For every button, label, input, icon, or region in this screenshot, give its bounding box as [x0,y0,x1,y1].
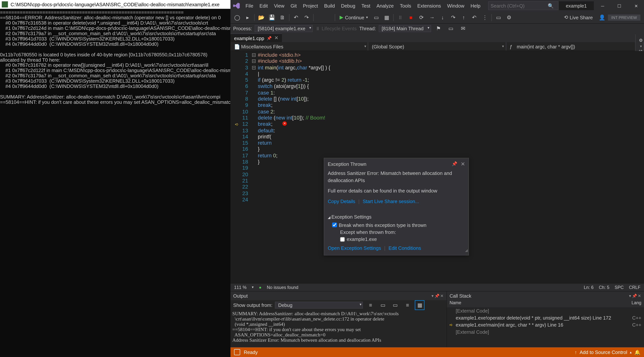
issues-label[interactable]: No issues found [267,285,298,290]
callstack-row[interactable]: ➪ example1.exe!main(int argc, char * * a… [447,322,644,329]
pause-icon[interactable]: ⏸ [396,12,405,22]
cs-close-icon[interactable]: ✕ [638,294,641,298]
flag-icon[interactable]: ⚑ [434,24,443,33]
search-box[interactable]: 🔍 [488,1,559,10]
menu-analyze[interactable]: Analyze [374,1,396,10]
add-src-dropdown-icon[interactable]: ▴ [630,350,632,354]
callstack-body[interactable]: [External Code] example1.exe!operator de… [447,307,644,336]
panel-pin-icon[interactable]: 📌 [434,294,440,298]
tool-icon-2[interactable]: ▦ [382,12,392,22]
edit-conditions-link[interactable]: Edit Conditions [388,245,421,251]
step-back-icon[interactable]: ↶ [470,12,479,22]
redo-icon[interactable]: ↷ [302,12,312,22]
menu-extensions[interactable]: Extensions [415,1,444,10]
frame-indicator-icon [450,315,456,321]
nav-back-icon[interactable]: ◯ [232,12,242,22]
output-tool-2-icon[interactable]: ▭ [378,300,388,310]
copy-details-link[interactable]: Copy Details [328,199,355,204]
code-content[interactable]: #include <stdio.h>#include <stdlib.h>int… [258,51,644,283]
break-checkbox[interactable] [332,223,337,228]
thread-dropdown[interactable]: [8184] Main Thread [378,25,431,32]
output-tool-1-icon[interactable]: ≡ [366,300,375,310]
add-source-control-button[interactable]: Add to Source Control [580,350,627,355]
open-file-icon[interactable]: 📂 [256,12,266,22]
menu-view[interactable]: View [271,1,287,10]
open-exception-settings-link[interactable]: Open Exception Settings [328,245,381,251]
stop-icon[interactable]: ■ [406,12,416,22]
menu-debug[interactable]: Debug [338,1,358,10]
resize-grip-icon[interactable]: ◢ [465,248,468,254]
cs-pin-icon[interactable]: 📌 [632,294,637,298]
close-tab-icon[interactable]: ✕ [274,35,278,41]
output-source-dropdown[interactable]: Debug [275,302,363,309]
solution-name-tab[interactable]: example1 [559,1,594,10]
save-icon[interactable]: 💾 [267,12,277,22]
process-dropdown[interactable]: [58104] example1.exe [255,25,313,32]
exception-settings-header[interactable]: Exception Settings [328,214,465,221]
step-out-icon[interactable]: ↑ [459,12,468,22]
step-over-icon[interactable]: ↷ [448,12,458,22]
minimize-button[interactable]: ─ [594,1,610,10]
cs-dropdown-icon[interactable]: ▾ [629,294,631,298]
tool-icon-4[interactable]: ▭ [494,12,503,22]
tool-icon-5[interactable]: ⚙ [504,12,514,22]
mail-icon[interactable]: ✉ [458,24,468,33]
zoom-dropdown-icon[interactable]: ▾ [252,285,254,289]
nav-project-dropdown[interactable]: 📄 Miscellaneous Files [230,42,368,50]
zoom-level[interactable]: 111 % [234,285,246,290]
line-indicator[interactable]: Ln: 6 [584,285,594,290]
menu-help[interactable]: Help [468,1,483,10]
except-item-checkbox[interactable] [340,237,345,242]
start-live-share-link[interactable]: Start Live Share session... [363,199,419,204]
nav-fwd-icon[interactable]: ▸ [243,12,252,22]
output-clear-icon[interactable]: ▦ [415,300,424,310]
pin-icon[interactable]: 📌 [267,36,272,40]
status-ready: Ready [244,350,258,355]
menu-build[interactable]: Build [322,1,338,10]
output-text[interactable]: SUMMARY: AddressSanitizer: alloc-dealloc… [230,310,446,347]
stack-icon[interactable]: ▭ [446,24,456,33]
fold-gutter[interactable]: ⊟ ⊟ ⊟ [252,51,258,283]
menu-tools[interactable]: Tools [397,1,414,10]
output-tool-3-icon[interactable]: ▭ [390,300,400,310]
tool-icon-1[interactable]: ▭ [372,12,381,22]
break-checkbox-label[interactable]: Break when this exception type is thrown [332,221,465,229]
callstack-row[interactable]: [External Code] [447,329,644,336]
code-editor[interactable]: 123456789101112131415161718192021222324 … [230,51,644,283]
show-next-icon[interactable]: → [427,12,437,22]
close-button[interactable]: ✕ [628,1,644,10]
output-wrap-icon[interactable]: ≡ [402,300,412,310]
ok-icon: ● [259,285,262,290]
menu-edit[interactable]: Edit [257,1,270,10]
undo-icon[interactable]: ↶ [291,12,301,22]
search-input[interactable] [490,3,548,8]
save-all-icon[interactable]: 🗎 [278,12,287,22]
maximize-button[interactable]: ☐ [612,1,627,10]
callstack-row[interactable]: [External Code] [447,307,644,314]
char-indicator[interactable]: Ch: 5 [599,285,610,290]
menu-project[interactable]: Project [300,1,321,10]
popup-pin-icon[interactable]: 📌 [452,161,457,167]
cs-col-name: Name [450,300,461,307]
tool-icon-3[interactable]: ⋮ [480,12,490,22]
step-into-icon[interactable]: ↓ [438,12,448,22]
menu-test[interactable]: Test [359,1,373,10]
restart-icon[interactable]: ⟳ [416,12,426,22]
callstack-row[interactable]: example1.exe!operator delete(void * ptr,… [447,314,644,321]
spacing-indicator[interactable]: SPC [615,285,624,290]
menu-git[interactable]: Git [288,1,300,10]
nav-member-dropdown[interactable]: ƒ main(int argc, char * argv[]) [506,42,644,50]
nav-scope-dropdown[interactable]: (Global Scope) [368,42,506,50]
continue-button[interactable]: ▶ Continue ▾ [337,14,370,20]
menu-window[interactable]: Window [444,1,467,10]
panel-close-icon[interactable]: ✕ [440,294,444,298]
panel-dropdown-icon[interactable]: ▾ [432,294,434,298]
file-tab-example1[interactable]: example1.cpp 📌 ✕ [230,33,282,42]
notifications-bell-icon[interactable]: 🔔 [634,349,640,355]
menu-file[interactable]: File [243,1,256,10]
notifications-icon[interactable]: 👤 [597,12,607,22]
lineending-indicator[interactable]: CRLF [629,285,640,290]
except-item-label[interactable]: example1.exe [340,235,465,243]
popup-close-icon[interactable]: ✕ [461,161,465,167]
live-share-button[interactable]: ⟲ Live Share [564,14,593,20]
